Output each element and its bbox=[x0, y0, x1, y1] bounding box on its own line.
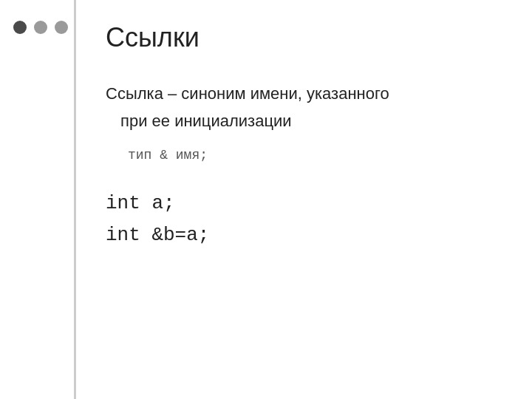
code-line-1: int a; bbox=[106, 189, 495, 218]
description-line1: Ссылка – синоним имени, указанного bbox=[106, 83, 495, 106]
dot-2 bbox=[34, 21, 47, 34]
dots-area bbox=[13, 21, 68, 34]
description-line2: при ее инициализации bbox=[120, 110, 495, 133]
code-block: int a; int &b=a; bbox=[106, 189, 495, 250]
slide-container: Ссылки Ссылка – синоним имени, указанног… bbox=[0, 0, 532, 399]
description-block: Ссылка – синоним имени, указанного при е… bbox=[106, 83, 495, 148]
dot-1 bbox=[13, 21, 27, 34]
slide-title: Ссылки bbox=[106, 22, 495, 53]
content-area: Ссылки Ссылка – синоним имени, указанног… bbox=[76, 0, 532, 399]
dot-3 bbox=[55, 21, 68, 34]
syntax-label: тип & имя; bbox=[128, 148, 495, 163]
code-line-2: int &b=a; bbox=[106, 221, 495, 250]
